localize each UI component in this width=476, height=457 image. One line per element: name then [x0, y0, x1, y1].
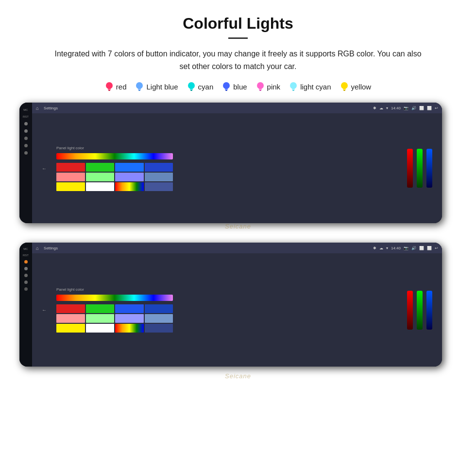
- watermark-top: Seicane: [225, 223, 251, 230]
- svg-rect-8: [190, 90, 192, 91]
- title-divider: [228, 37, 248, 39]
- page-title: Colorful Lights: [0, 0, 476, 33]
- color-label-light-cyan-text: light cyan: [300, 83, 331, 91]
- color-label-red: red: [105, 81, 127, 92]
- color-labels-row: red Light blue cyan blue: [0, 81, 476, 92]
- device-front: MC RST ⌂ Settings ✱☁▾14:40 📷🔊⬜⬜↩ ←: [19, 103, 442, 223]
- bulb-icon-light-cyan: [289, 81, 298, 92]
- svg-rect-17: [292, 90, 294, 91]
- svg-rect-20: [343, 90, 345, 91]
- svg-point-6: [188, 82, 195, 89]
- color-label-blue: blue: [222, 81, 247, 92]
- svg-rect-14: [259, 90, 261, 91]
- bulb-icon-light-blue: [135, 81, 144, 92]
- svg-point-18: [341, 82, 348, 89]
- color-label-cyan-text: cyan: [198, 83, 214, 91]
- color-label-blue-text: blue: [233, 83, 247, 91]
- color-label-yellow: yellow: [340, 81, 372, 92]
- color-label-light-blue: Light blue: [135, 81, 178, 92]
- bottom-device-group: MC RST ⌂Settin... ← MC RST: [19, 243, 457, 384]
- svg-point-12: [257, 82, 264, 89]
- color-label-pink: pink: [256, 81, 281, 92]
- svg-rect-11: [225, 90, 227, 91]
- bulb-icon-blue: [222, 81, 231, 92]
- color-label-light-cyan: light cyan: [289, 81, 331, 92]
- color-label-cyan: cyan: [187, 81, 214, 92]
- bulb-icon-yellow: [340, 81, 349, 92]
- svg-rect-2: [108, 90, 110, 91]
- svg-rect-10: [225, 88, 228, 90]
- color-label-yellow-text: yellow: [351, 83, 372, 91]
- top-device-group: ⌂Settings⬇ ← Panel ⌂Settings⬇: [19, 103, 457, 234]
- color-label-red-text: red: [116, 83, 127, 91]
- color-label-pink-text: pink: [267, 83, 281, 91]
- description-text: Integrated with 7 colors of button indic…: [39, 48, 437, 72]
- svg-rect-7: [190, 88, 193, 90]
- svg-point-15: [290, 82, 297, 89]
- bulb-icon-red: [105, 81, 114, 92]
- svg-point-0: [106, 82, 113, 89]
- bulb-icon-pink: [256, 81, 265, 92]
- svg-rect-4: [138, 88, 141, 90]
- svg-rect-16: [292, 88, 295, 90]
- color-label-light-blue-text: Light blue: [146, 83, 178, 91]
- watermark-bottom: Seicane: [225, 372, 251, 380]
- svg-rect-13: [259, 88, 262, 90]
- svg-point-9: [223, 82, 230, 89]
- svg-rect-19: [343, 88, 346, 90]
- svg-rect-5: [138, 90, 140, 91]
- bulb-icon-cyan: [187, 81, 196, 92]
- svg-rect-1: [108, 88, 111, 90]
- bottom-device-front: MC RST ⌂ Settings ✱☁▾14:40 📷🔊⬜⬜↩ ←: [19, 243, 442, 367]
- svg-point-3: [136, 82, 143, 89]
